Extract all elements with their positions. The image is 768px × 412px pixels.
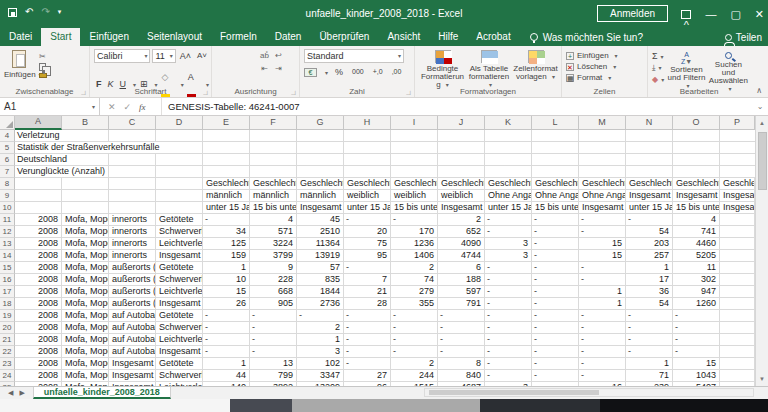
cell[interactable]: Geschlecht [391,178,438,190]
row-header-5[interactable]: 5 [0,142,15,154]
cell[interactable]: - [344,358,391,370]
column-header-E[interactable]: E [203,116,250,130]
row-header-17[interactable]: 17 [0,286,15,298]
cell[interactable]: unter 15 Jahre [203,202,250,214]
cell[interactable]: männlich [297,190,344,202]
cell[interactable]: - [485,262,532,274]
cell[interactable]: - [673,310,720,322]
sign-in-button[interactable]: Anmelden [597,5,668,22]
cell[interactable]: - [532,346,579,358]
cell[interactable]: - [485,298,532,310]
cell[interactable]: - [391,214,438,226]
cell[interactable]: männlich [250,190,297,202]
cell[interactable]: 54 [626,298,673,310]
horizontal-scrollbar[interactable] [424,388,754,397]
cell[interactable]: 2008 [15,370,62,382]
cell[interactable]: Geschlecht [579,178,626,190]
cell[interactable]: 1260 [673,298,720,310]
row-header-20[interactable]: 20 [0,322,15,334]
cell[interactable]: Geschlecht [720,178,755,190]
cell[interactable]: Mofa, Mope [62,214,109,226]
cell[interactable]: - [532,358,579,370]
row-header-16[interactable]: 16 [0,274,15,286]
cell[interactable]: - [203,346,250,358]
cell[interactable]: 835 [297,274,344,286]
cell[interactable]: 2008 [15,358,62,370]
column-header-N[interactable]: N [626,116,673,130]
cell[interactable]: 2008 [15,274,62,286]
cell[interactable]: 6 [438,262,485,274]
cell[interactable]: - [203,334,250,346]
cell[interactable]: 1236 [391,238,438,250]
accounting-format-icon[interactable]: € [304,68,317,77]
cell[interactable]: 355 [391,298,438,310]
wrap-text-icon[interactable]: ↩ [272,51,285,63]
delete-cells-button[interactable]: ✕Löschen▾ [566,62,645,71]
cell[interactable]: Mofa, Mope [62,262,109,274]
scroll-up-icon[interactable]: ▲ [756,116,768,130]
cell[interactable]: Leichtverletz [156,334,203,346]
row-header-7[interactable]: 7 [0,166,15,178]
cell[interactable]: Schwerverlet [156,274,203,286]
restore-button[interactable]: ▢ [730,0,740,28]
cell[interactable]: 302 [673,274,720,286]
select-all-corner[interactable] [0,116,15,130]
cell[interactable] [720,322,755,334]
cell[interactable]: - [579,322,626,334]
cell[interactable]: - [532,298,579,310]
cell[interactable]: weiblich [344,190,391,202]
cell[interactable] [156,190,203,202]
row-header-24[interactable]: 24 [0,370,15,382]
cell[interactable]: - [344,322,391,334]
align-center-icon[interactable] [230,64,243,76]
share-button[interactable]: Teilen [725,28,762,46]
font-size-combo[interactable]: 11▾ [152,49,175,63]
cell[interactable]: - [579,358,626,370]
cell[interactable]: 45 [297,214,344,226]
active-sheet-tab[interactable]: unfaelle_kinder_2008_2018 [33,387,171,399]
fill-icon[interactable]: ⤓▾ [652,63,664,73]
cell[interactable]: Leichtverletz [156,286,203,298]
align-right-icon[interactable] [244,64,257,76]
cell[interactable]: 2008 [15,226,62,238]
cell[interactable] [62,178,109,190]
row-header-18[interactable]: 18 [0,298,15,310]
cell[interactable]: 1 [626,262,673,274]
cell[interactable]: Mofa, Mope [62,358,109,370]
cell[interactable]: - [250,322,297,334]
enter-icon[interactable]: ✓ [124,102,132,112]
cell[interactable]: - [579,226,626,238]
cell[interactable] [720,358,755,370]
cell[interactable]: - [579,310,626,322]
cell[interactable] [720,214,755,226]
cell[interactable]: 2 [391,262,438,274]
cell[interactable]: 15 [579,250,626,262]
cell[interactable]: - [579,370,626,382]
column-header-A[interactable]: A [15,116,62,130]
cell-styles-button[interactable]: Zellenformatvorlagen ▾ [512,50,559,89]
cell[interactable]: 4744 [438,250,485,262]
cell[interactable] [156,202,203,214]
column-header-J[interactable]: J [438,116,485,130]
tab-daten[interactable]: Daten [266,28,311,46]
cell[interactable]: Mofa, Mope [62,334,109,346]
tab-einfügen[interactable]: Einfügen [80,28,137,46]
cell[interactable] [720,310,755,322]
format-cells-button[interactable]: ▦Format▾ [566,73,645,82]
name-box[interactable]: A1▾ [0,98,100,115]
cell[interactable]: - [532,226,579,238]
cell[interactable] [720,370,755,382]
cell[interactable]: - [532,334,579,346]
cell[interactable]: - [438,346,485,358]
cell[interactable]: Insgesamt [673,190,720,202]
cell[interactable]: 1043 [673,370,720,382]
merge-center-icon[interactable]: ⇥ [272,64,285,76]
cell[interactable]: 2008 [15,346,62,358]
cell[interactable]: 15 bis unter 18 [532,202,579,214]
cell[interactable]: Insgesamt [156,298,203,310]
cell[interactable]: Mofa, Mope [62,370,109,382]
cell[interactable]: Insgesamt [720,202,755,214]
row-header-19[interactable]: 19 [0,310,15,322]
cell[interactable]: Geschlecht [673,178,720,190]
cell[interactable]: 571 [250,226,297,238]
